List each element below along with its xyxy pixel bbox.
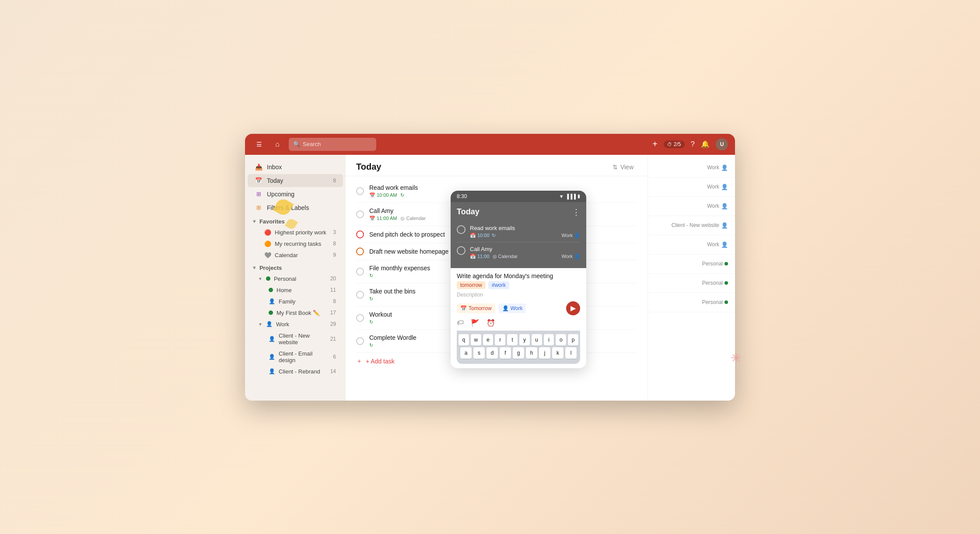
task-checkbox-3[interactable] <box>356 230 364 238</box>
flag-icon[interactable]: 🚩 <box>471 319 480 327</box>
mobile-more-button[interactable]: ⋮ <box>572 207 580 217</box>
key-j[interactable]: j <box>539 347 550 359</box>
sidebar-item-today[interactable]: 📅 Today 8 <box>248 174 343 187</box>
notifications-button[interactable]: 🔔 <box>701 140 710 148</box>
view-button[interactable]: ⇅ View <box>609 162 637 172</box>
key-s[interactable]: s <box>473 347 485 359</box>
mobile-checkbox-1[interactable] <box>457 225 466 234</box>
right-person-icon-1: 👤 <box>721 164 728 171</box>
label-icon[interactable]: 🏷 <box>457 319 464 327</box>
family-person-icon: 👤 <box>269 298 275 304</box>
user-avatar[interactable]: U <box>716 138 728 150</box>
projects-section[interactable]: ▼ Projects <box>245 261 346 273</box>
plus-icon: + <box>652 139 658 149</box>
sidebar-item-client-website[interactable]: 👤 Client - New website 21 <box>248 330 343 348</box>
sidebar-item-highest-priority[interactable]: 🔴 Highest priority work 3 <box>248 227 343 238</box>
favorites-chevron: ▼ <box>252 219 257 224</box>
key-f[interactable]: f <box>500 347 511 359</box>
right-task-8: Personal <box>648 293 735 312</box>
key-a[interactable]: a <box>460 347 472 359</box>
family-label: Family <box>279 298 295 305</box>
sidebar-item-client-rebrand[interactable]: 👤 Client - Rebrand 14 <box>248 366 343 377</box>
add-task-plus-icon: ＋ <box>356 357 362 365</box>
add-task-label: + Add task <box>366 358 395 365</box>
project-person-icon: 👤 <box>502 305 509 311</box>
content-title: Today <box>356 162 381 172</box>
karma-icon: ⏱ <box>667 142 672 147</box>
view-filter-icon: ⇅ <box>612 164 618 171</box>
key-u[interactable]: u <box>532 334 542 346</box>
sidebar-item-inbox[interactable]: 📥 Inbox <box>248 161 343 174</box>
key-y[interactable]: y <box>519 334 530 346</box>
tag-work[interactable]: #work <box>488 281 509 289</box>
key-i[interactable]: i <box>544 334 554 346</box>
sidebar-item-upcoming[interactable]: ⊞ Upcoming <box>248 188 343 201</box>
right-task-5: Work 👤 <box>648 235 735 255</box>
alarm-icon[interactable]: ⏰ <box>486 319 495 327</box>
calendar-badge: 9 <box>333 252 336 258</box>
recurring-icon-8: ↻ <box>369 342 373 348</box>
sidebar-item-inbox-label: Inbox <box>267 164 282 171</box>
mobile-app-title: Today <box>457 207 480 216</box>
task-checkbox-7[interactable] <box>356 314 364 322</box>
mobile-checkbox-2[interactable] <box>457 246 466 255</box>
help-button[interactable]: ? <box>691 140 695 149</box>
family-badge: 8 <box>333 298 336 304</box>
recurring-icon-1: ↻ <box>400 192 404 198</box>
client-website-badge: 21 <box>330 336 336 342</box>
right-label-3: Work <box>707 203 719 209</box>
inbox-icon: 📥 <box>255 163 262 171</box>
menu-button[interactable]: ☰ <box>252 137 266 151</box>
right-dot-6 <box>724 262 728 265</box>
right-task-6: Personal <box>648 255 735 274</box>
sidebar-item-calendar[interactable]: 🩶 Calendar 9 <box>248 250 343 261</box>
right-dot-8 <box>724 300 728 304</box>
navbar-right: + ⏱ 2/5 ? 🔔 U <box>652 138 728 150</box>
task-checkbox-1[interactable] <box>356 187 364 195</box>
key-r[interactable]: r <box>495 334 505 346</box>
quick-add-date-button[interactable]: 📅 Tomorrow <box>457 304 495 313</box>
key-k[interactable]: k <box>552 347 564 359</box>
quick-add-submit-button[interactable]: ▶ <box>566 301 580 315</box>
key-l[interactable]: l <box>565 347 577 359</box>
client-website-person-icon: 👤 <box>269 336 275 342</box>
search-bar[interactable]: 🔍 Search <box>289 138 376 151</box>
tomorrow-label: Tomorrow <box>469 305 492 311</box>
key-g[interactable]: g <box>513 347 524 359</box>
key-d[interactable]: d <box>486 347 498 359</box>
key-w[interactable]: w <box>471 334 481 346</box>
task-checkbox-8[interactable] <box>356 337 364 345</box>
karma-badge[interactable]: ⏱ 2/5 <box>664 140 685 148</box>
task-checkbox-5[interactable] <box>356 268 364 276</box>
quick-add-description[interactable]: Description <box>457 292 580 298</box>
key-q[interactable]: q <box>458 334 469 346</box>
sidebar-item-client-email[interactable]: 👤 Client - Email design 6 <box>248 348 343 366</box>
key-p[interactable]: p <box>568 334 578 346</box>
wifi-icon: ▼ <box>559 194 564 199</box>
mobile-task-name-2: Call Amy <box>470 246 580 252</box>
key-o[interactable]: o <box>556 334 566 346</box>
recurring-icon-7: ↻ <box>369 319 373 325</box>
key-e[interactable]: e <box>483 334 494 346</box>
sidebar-item-family[interactable]: 👤 Family 8 <box>248 296 343 307</box>
home-button[interactable]: ⌂ <box>270 137 284 151</box>
work-project-label: Work <box>511 305 523 311</box>
tag-tomorrow[interactable]: tomorrow <box>457 281 486 289</box>
key-t[interactable]: t <box>507 334 518 346</box>
task-checkbox-2[interactable] <box>356 210 364 218</box>
sidebar-item-filters[interactable]: ⊞ Filters & Labels <box>248 201 343 214</box>
key-h[interactable]: h <box>526 347 537 359</box>
task-checkbox-6[interactable] <box>356 291 364 299</box>
task-checkbox-4[interactable] <box>356 248 364 255</box>
add-button[interactable]: + <box>652 139 658 149</box>
sidebar-item-personal[interactable]: ▼ Personal 20 <box>248 273 343 284</box>
clock-icon: 📅 <box>369 192 375 198</box>
sidebar-item-home[interactable]: Home 11 <box>248 285 343 296</box>
sidebar-item-work[interactable]: ▼ 👤 Work 29 <box>248 319 343 330</box>
sidebar-item-recurring[interactable]: 🟠 My recurring tasks 8 <box>248 238 343 249</box>
quick-add-project-button[interactable]: 👤 Work <box>499 304 526 313</box>
home-badge: 11 <box>330 287 336 293</box>
upcoming-icon: ⊞ <box>255 190 262 198</box>
right-label-8: Personal <box>702 299 723 305</box>
sidebar-item-firstbook[interactable]: My First Book ✏️ 17 <box>248 307 343 318</box>
